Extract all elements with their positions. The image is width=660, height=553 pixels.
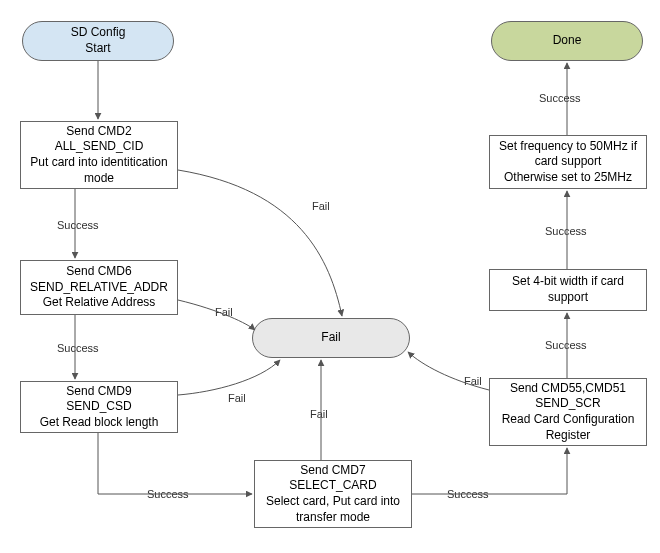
- edge-success-cmd55-4bit: Success: [543, 339, 589, 351]
- edge-success-cmd2-cmd6: Success: [55, 219, 101, 231]
- cmd9-node: Send CMD9 SEND_CSD Get Read block length: [20, 381, 178, 433]
- set4bit-node: Set 4-bit width if card support: [489, 269, 647, 311]
- fail-label: Fail: [321, 330, 340, 346]
- cmd7-label: Send CMD7 SELECT_CARD Select card, Put c…: [266, 463, 400, 525]
- edge-success-freq-done: Success: [537, 92, 583, 104]
- edge-success-cmd6-cmd9: Success: [55, 342, 101, 354]
- cmd55-label: Send CMD55,CMD51 SEND_SCR Read Card Conf…: [502, 381, 635, 443]
- done-node: Done: [491, 21, 643, 61]
- fail-node: Fail: [252, 318, 410, 358]
- edge-success-cmd9-cmd7: Success: [145, 488, 191, 500]
- cmd55-node: Send CMD55,CMD51 SEND_SCR Read Card Conf…: [489, 378, 647, 446]
- start-label: SD Config Start: [71, 25, 126, 56]
- cmd2-label: Send CMD2 ALL_SEND_CID Put card into ide…: [30, 124, 167, 186]
- cmd7-node: Send CMD7 SELECT_CARD Select card, Put c…: [254, 460, 412, 528]
- edge-success-4bit-freq: Success: [543, 225, 589, 237]
- edge-fail-cmd6: Fail: [213, 306, 235, 318]
- start-node: SD Config Start: [22, 21, 174, 61]
- cmd6-node: Send CMD6 SEND_RELATIVE_ADDR Get Relativ…: [20, 260, 178, 315]
- setfreq-node: Set frequency to 50MHz if card support O…: [489, 135, 647, 189]
- done-label: Done: [553, 33, 582, 49]
- edge-fail-cmd9: Fail: [226, 392, 248, 404]
- edge-success-cmd7-cmd55: Success: [445, 488, 491, 500]
- edge-fail-cmd2: Fail: [310, 200, 332, 212]
- set4bit-label: Set 4-bit width if card support: [512, 274, 624, 305]
- cmd2-node: Send CMD2 ALL_SEND_CID Put card into ide…: [20, 121, 178, 189]
- edge-fail-cmd55: Fail: [462, 375, 484, 387]
- cmd9-label: Send CMD9 SEND_CSD Get Read block length: [40, 384, 159, 431]
- setfreq-label: Set frequency to 50MHz if card support O…: [499, 139, 637, 186]
- cmd6-label: Send CMD6 SEND_RELATIVE_ADDR Get Relativ…: [30, 264, 168, 311]
- edge-fail-cmd7: Fail: [308, 408, 330, 420]
